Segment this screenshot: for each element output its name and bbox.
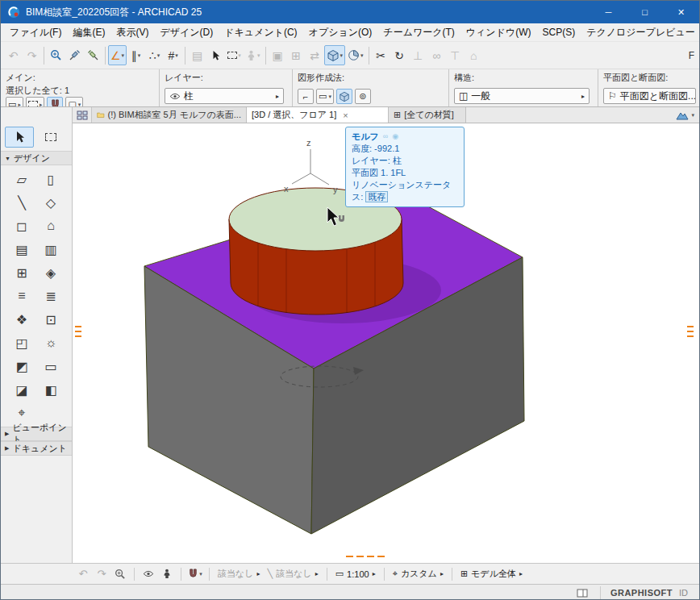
graphisoft-brand-label[interactable]: GRAPHISOFT — [610, 588, 673, 598]
zoom-preset-combo[interactable]: ⌖カスタム▸ — [390, 568, 446, 580]
quad-view-button[interactable] — [73, 107, 92, 123]
geometry-box-button[interactable] — [336, 89, 352, 104]
menu-tech-preview[interactable]: テクノロジープレビュー — [581, 24, 700, 41]
right-splitter-handle[interactable] — [687, 326, 694, 337]
stair-tool[interactable]: ≣ — [36, 285, 65, 307]
menu-document[interactable]: ドキュメント(C) — [219, 24, 302, 41]
split-button[interactable]: ✂ — [372, 45, 390, 65]
pick-up-parameters-button[interactable] — [65, 45, 84, 65]
3d-view-button[interactable]: ▾ — [324, 45, 346, 65]
graphisoft-id-label[interactable]: ID — [679, 588, 688, 598]
end-wall-tool[interactable]: ◧ — [36, 378, 65, 401]
tab-3d-view[interactable]: [3D / 選択、フロア 1] × — [247, 107, 389, 123]
snap-points-button[interactable]: ∴▾ — [145, 45, 164, 65]
magnet-toggle-button[interactable] — [47, 97, 63, 106]
selection-shape-button[interactable]: ▸ — [26, 97, 45, 106]
structure-combo[interactable]: ◫ 一般 ▸ — [454, 88, 590, 104]
select-tool[interactable] — [5, 127, 34, 148]
window-tool[interactable]: ◇ — [36, 191, 65, 214]
menu-options[interactable]: オプション(O) — [303, 24, 378, 41]
railing-tool[interactable]: ≡ — [7, 285, 36, 307]
toolbox-group-viewpoint[interactable]: ▶ ビューポイント — [1, 427, 72, 441]
gravity-button[interactable]: ▤ — [188, 45, 206, 65]
grid-snap-button[interactable]: #▾ — [164, 45, 182, 65]
show-figure-button[interactable]: ▾ — [244, 45, 263, 65]
left-splitter-handle[interactable] — [75, 326, 81, 337]
minimize-button[interactable]: ─ — [590, 1, 627, 23]
pane-layout-button[interactable] — [574, 585, 590, 600]
menu-window[interactable]: ウィンドウ(W) — [460, 24, 537, 41]
intersect-button[interactable]: ∞ — [427, 45, 446, 65]
menu-design[interactable]: デザイン(D) — [154, 24, 219, 41]
beam-tool[interactable]: ╲ — [7, 191, 36, 214]
menu-view[interactable]: 表示(V) — [110, 24, 154, 41]
door-tool[interactable]: ◻ — [7, 215, 36, 237]
nav-forward-button[interactable]: ↷ — [94, 566, 110, 582]
chevron-down-icon: ▾ — [138, 52, 141, 59]
morph-tool[interactable]: ❖ — [7, 308, 36, 331]
menu-scp[interactable]: SCP(S) — [537, 25, 581, 40]
slope-combo[interactable]: ╲該当なし▸ — [265, 568, 321, 580]
look-to-button[interactable] — [140, 566, 156, 582]
shell-tool[interactable]: ◈ — [36, 261, 65, 284]
marquee-options-button[interactable]: ▾ — [225, 45, 244, 65]
zone-tool[interactable]: ⊡ — [36, 308, 65, 331]
nav-back-button[interactable]: ↶ — [75, 566, 91, 582]
maximize-button[interactable]: □ — [627, 1, 663, 23]
scale-combo[interactable]: ▭1:100▸ — [333, 569, 378, 579]
tab-surfaces[interactable]: ⊞ [全ての材質] — [389, 107, 466, 123]
inject-parameters-button[interactable] — [84, 45, 102, 65]
zoom-in-button[interactable] — [112, 566, 128, 582]
wall-tool[interactable]: ▱ — [7, 168, 36, 190]
undo-button[interactable]: ↶ — [4, 45, 23, 65]
explore-button[interactable] — [159, 566, 175, 582]
view-orientation-button[interactable]: ▾ — [345, 45, 366, 65]
menu-teamwork[interactable]: チームワーク(T) — [377, 24, 460, 41]
trim-button[interactable]: ⊤ — [446, 45, 465, 65]
mesh-tool[interactable]: ⊞ — [7, 261, 36, 284]
camera-tool[interactable]: ⌖ — [7, 402, 36, 424]
toolbox-group-document[interactable]: ▶ ドキュメント — [1, 441, 72, 456]
close-button[interactable]: ✕ — [663, 1, 699, 23]
redo-button[interactable]: ↷ — [23, 45, 41, 65]
toolbox-group-design[interactable]: ▼ デザイン — [1, 151, 72, 165]
guide-lines-button[interactable]: ∠▾ — [108, 45, 127, 65]
bottom-splitter-handle[interactable] — [346, 556, 385, 557]
tab-floor-plan[interactable]: (!) BIM相談室 5月 モルフの表面... — [92, 107, 247, 123]
gravity-magnet-button[interactable]: ▾ — [187, 566, 203, 582]
rotate-button[interactable]: ↻ — [390, 45, 409, 65]
favorites-combo[interactable]: 該当なし▸ — [215, 568, 263, 580]
corner-window-tool[interactable]: ◪ — [7, 378, 36, 401]
slab-tool[interactable]: ▤ — [7, 238, 36, 260]
adjust-button[interactable]: ⊥ — [409, 45, 427, 65]
roof-tool[interactable]: ⌂ — [36, 215, 65, 237]
model-filter-combo[interactable]: ⊞モデル全体▸ — [458, 568, 525, 580]
3d-viewport[interactable]: z x y — [73, 123, 699, 563]
magnifier-icon — [50, 49, 62, 61]
edit-plane-button[interactable]: ⊞ — [287, 45, 306, 65]
object-tool[interactable]: ◰ — [7, 331, 36, 354]
element-settings-button[interactable]: ▭▸ — [6, 97, 23, 106]
cursor-button[interactable] — [206, 45, 225, 65]
stretch-button[interactable]: ⇄ — [306, 45, 324, 65]
menu-edit[interactable]: 編集(E) — [67, 24, 110, 41]
plan-display-combo[interactable]: ⚐ 平面図と断面図... — [603, 88, 696, 104]
geometry-rectangle-button[interactable]: ▭▾ — [316, 89, 334, 104]
morph-mode-button[interactable]: ▢▾ — [65, 97, 83, 106]
layer-combo[interactable]: 柱 ▸ — [165, 88, 284, 104]
lamp-tool[interactable]: ☼ — [36, 331, 65, 354]
fit-button[interactable]: ⌂ — [465, 45, 483, 65]
align-button[interactable]: ▣ — [269, 45, 287, 65]
column-tool[interactable]: ▯ — [36, 168, 65, 190]
skylight-tool[interactable]: ◩ — [7, 355, 36, 377]
geometry-polyline-button[interactable]: ⌐ — [298, 89, 314, 104]
opening-tool[interactable]: ▭ — [36, 355, 65, 377]
tab-close-icon[interactable]: × — [343, 110, 348, 120]
menu-file[interactable]: ファイル(F) — [4, 24, 67, 41]
curtain-wall-tool[interactable]: ▥ — [36, 238, 65, 260]
zoom-button[interactable] — [47, 45, 65, 65]
geometry-revolve-button[interactable]: ⊚ — [355, 89, 371, 104]
snap-guides-button[interactable]: ∥▾ — [127, 45, 145, 65]
tab-options-button[interactable]: ▾ — [671, 107, 699, 123]
marquee-tool[interactable] — [36, 127, 65, 148]
